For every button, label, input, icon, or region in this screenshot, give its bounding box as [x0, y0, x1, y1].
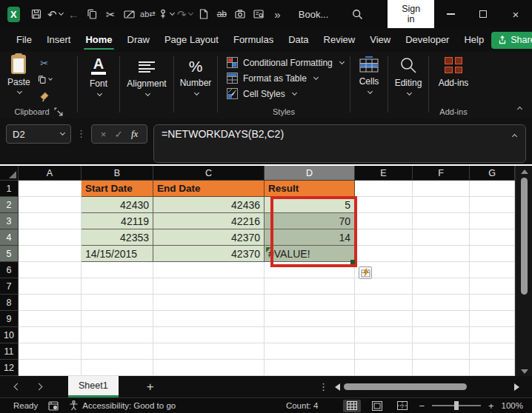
cell-A12[interactable]	[19, 360, 82, 376]
cell-E8[interactable]	[355, 295, 413, 311]
cell-F7[interactable]	[413, 278, 470, 295]
sheet-tab-sheet1[interactable]: Sheet1	[68, 376, 119, 397]
cell-E11[interactable]	[355, 343, 413, 360]
accessibility-status[interactable]: Accessibility: Good to go	[69, 400, 176, 411]
cell-A11[interactable]	[19, 343, 82, 360]
cell-C10[interactable]	[153, 327, 265, 343]
ribbon-tab-view[interactable]: View	[362, 30, 398, 50]
cell-C2[interactable]: 42436	[153, 197, 265, 213]
font-menu-button[interactable]: A Font	[84, 52, 113, 95]
cell-D6[interactable]	[265, 262, 355, 278]
column-header-C[interactable]: C	[153, 166, 265, 181]
ribbon-tab-data[interactable]: Data	[281, 30, 316, 50]
ribbon-tab-review[interactable]: Review	[316, 30, 363, 50]
ribbon-tab-formulas[interactable]: Formulas	[226, 30, 281, 50]
cell-G3[interactable]	[470, 213, 515, 229]
confirm-entry-button[interactable]: ✓	[115, 129, 123, 140]
cell-A9[interactable]	[19, 311, 82, 327]
cell-B1[interactable]: Start Date	[82, 181, 153, 197]
cell-D9[interactable]	[265, 311, 355, 327]
cell-G7[interactable]	[470, 278, 515, 295]
cell-B12[interactable]	[82, 360, 153, 376]
row-header-7[interactable]: 7	[0, 278, 19, 295]
row-header-6[interactable]: 6	[0, 262, 19, 278]
page-break-view-button[interactable]	[393, 400, 411, 412]
previous-sheet-button[interactable]	[14, 383, 21, 391]
cell-G1[interactable]	[470, 181, 515, 197]
lookup-card-button[interactable]	[250, 4, 267, 24]
cell-B7[interactable]	[82, 278, 153, 295]
column-header-E[interactable]: E	[355, 166, 413, 181]
zoom-slider-thumb[interactable]	[454, 401, 459, 410]
row-header-5[interactable]: 5	[0, 246, 19, 262]
format-painter-button[interactable]	[35, 89, 54, 103]
cell-E4[interactable]	[355, 229, 413, 246]
column-header-G[interactable]: G	[470, 166, 515, 181]
column-header-F[interactable]: F	[413, 166, 470, 181]
formula-bar-collapse-button[interactable]	[512, 134, 517, 139]
row-header-1[interactable]: 1	[0, 181, 19, 197]
ribbon-tab-file[interactable]: File	[9, 30, 39, 50]
row-header-10[interactable]: 10	[0, 327, 19, 343]
cell-F5[interactable]	[413, 246, 470, 262]
find-replace-button[interactable]: ab⇄	[139, 4, 156, 24]
vertical-scrollbar-thumb[interactable]	[521, 178, 528, 295]
cell-D7[interactable]	[265, 278, 355, 295]
sheet-options-dots[interactable]: ⋮	[319, 381, 328, 392]
close-button[interactable]: ×	[499, 0, 532, 28]
cell-B3[interactable]: 42119	[82, 213, 153, 229]
cell-B9[interactable]	[82, 311, 153, 327]
cell-E7[interactable]	[355, 278, 413, 295]
cell-D4[interactable]: 14	[265, 229, 355, 246]
row-header-8[interactable]: 8	[0, 295, 19, 311]
add-sheet-button[interactable]: +	[147, 380, 154, 394]
column-header-D[interactable]: D	[265, 166, 355, 181]
cells-menu-button[interactable]: Cells	[353, 52, 385, 93]
qat-overflow-button[interactable]: »	[269, 4, 286, 24]
cell-A5[interactable]	[19, 246, 82, 262]
cell-D10[interactable]	[265, 327, 355, 343]
cell-G10[interactable]	[470, 327, 515, 343]
cell-F12[interactable]	[413, 360, 470, 376]
scroll-left-arrow[interactable]	[335, 383, 340, 391]
editing-menu-button[interactable]: Editing	[389, 52, 428, 95]
cell-D5[interactable]: #VALUE!	[265, 246, 355, 262]
row-header-9[interactable]: 9	[0, 311, 19, 327]
cell-E5[interactable]	[355, 246, 413, 262]
cell-C9[interactable]	[153, 311, 265, 327]
cell-F11[interactable]	[413, 343, 470, 360]
cell-E3[interactable]	[355, 213, 413, 229]
new-file-button[interactable]	[195, 4, 212, 24]
cell-G4[interactable]	[470, 229, 515, 246]
cell-A4[interactable]	[19, 229, 82, 246]
cell-C1[interactable]: End Date	[153, 181, 265, 197]
zoom-level-label[interactable]: 100%	[502, 401, 523, 410]
next-sheet-button[interactable]	[36, 383, 43, 391]
scroll-up-arrow[interactable]	[521, 169, 528, 174]
cell-G6[interactable]	[470, 262, 515, 278]
cell-styles-button[interactable]: Cell Styles	[227, 88, 296, 99]
cell-E10[interactable]	[355, 327, 413, 343]
conditional-formatting-button[interactable]: Conditional Formatting	[227, 57, 344, 68]
cell-A6[interactable]	[19, 262, 82, 278]
cell-C12[interactable]	[153, 360, 265, 376]
number-menu-button[interactable]: % Number	[174, 52, 218, 95]
cell-F6[interactable]	[413, 262, 470, 278]
cell-B4[interactable]: 42353	[82, 229, 153, 246]
cell-A7[interactable]	[19, 278, 82, 295]
search-button[interactable]	[349, 4, 366, 24]
cell-B2[interactable]: 42430	[82, 197, 153, 213]
cell-D8[interactable]	[265, 295, 355, 311]
cut-button-ribbon[interactable]: ✂	[35, 56, 54, 70]
cell-B10[interactable]	[82, 327, 153, 343]
touch-dropdown-chevron[interactable]	[170, 10, 175, 16]
scroll-down-arrow[interactable]	[521, 369, 528, 374]
save-button[interactable]	[28, 4, 45, 24]
ribbon-tab-draw[interactable]: Draw	[120, 30, 157, 50]
cell-E9[interactable]	[355, 311, 413, 327]
cell-A3[interactable]	[19, 213, 82, 229]
maximize-button[interactable]	[467, 0, 499, 28]
scroll-right-arrow[interactable]	[514, 383, 519, 391]
undo-dropdown-chevron[interactable]	[59, 10, 64, 16]
cell-E1[interactable]	[355, 181, 413, 197]
